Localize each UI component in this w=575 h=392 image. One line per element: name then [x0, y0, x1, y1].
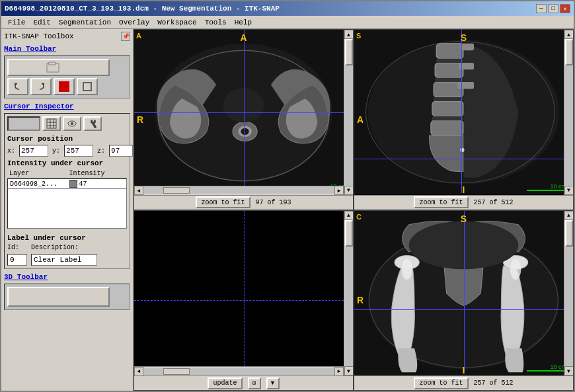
menu-tools[interactable]: Tools	[201, 17, 231, 28]
viewport-axial[interactable]: A P R L A 10 cm ▲	[134, 29, 354, 210]
menu-segmentation[interactable]: Segmentation	[55, 17, 115, 28]
toolbar-3d-area	[4, 284, 130, 310]
axial-hscroll-thumb[interactable]	[163, 187, 190, 194]
grid-icon	[46, 118, 57, 129]
undo-icon	[11, 81, 24, 92]
svg-rect-29	[432, 116, 464, 120]
y-label: y:	[52, 147, 60, 155]
3d-scroll-left[interactable]: ◄	[134, 367, 143, 376]
3d-scroll-right[interactable]: ►	[334, 367, 344, 376]
coronal-zoom-fit-button[interactable]: zoom to fit	[414, 377, 468, 389]
coronal-vscrollbar[interactable]: ▲ ▼	[564, 211, 573, 376]
x-label: x:	[7, 147, 15, 155]
3d-icon-btn-2[interactable]: ▼	[266, 377, 280, 389]
3d-scroll-thumb[interactable]	[345, 220, 353, 247]
sagittal-label-bottom: I	[463, 184, 465, 195]
coronal-scroll-down[interactable]: ▼	[564, 366, 574, 375]
sagittal-crosshair-v	[461, 30, 462, 193]
close-button[interactable]: ✕	[560, 4, 570, 13]
undo-button[interactable]	[7, 78, 28, 95]
coronal-label-top: S	[461, 214, 467, 224]
svg-rect-27	[435, 78, 463, 82]
top-viewport-row: A P R L A 10 cm ▲	[134, 29, 574, 210]
label-id-input[interactable]	[7, 254, 27, 266]
coronal-scroll-track[interactable]	[565, 220, 573, 367]
axial-vscrollbar[interactable]: ▲ ▼	[344, 30, 353, 195]
inspector-toolbar	[7, 116, 127, 131]
sagittal-label-left: A	[357, 114, 364, 125]
sagittal-scale-line	[527, 190, 566, 191]
viewport-3d[interactable]: ▲ ▼ ◄ ►	[134, 210, 354, 391]
axial-scroll-up[interactable]: ▲	[344, 30, 354, 39]
x-input[interactable]	[19, 145, 48, 157]
inspector-grid-button[interactable]	[42, 116, 61, 131]
axial-hscrollbar[interactable]: ◄ ►	[134, 186, 344, 195]
label-description-input[interactable]	[31, 254, 97, 266]
minimize-button[interactable]: ─	[536, 4, 547, 13]
axial-hscroll-track[interactable]	[143, 187, 334, 194]
sagittal-zoom-fit-button[interactable]: zoom to fit	[414, 196, 468, 208]
3d-vscrollbar[interactable]: ▲ ▼	[344, 211, 353, 376]
sagittal-scroll-track[interactable]	[565, 39, 573, 186]
axial-scroll-down[interactable]: ▼	[344, 186, 354, 195]
menu-help[interactable]: Help	[231, 17, 256, 28]
menu-edit[interactable]: Edit	[29, 17, 54, 28]
3d-hscrollbar[interactable]: ◄ ►	[134, 366, 344, 375]
3d-crosshair-v	[244, 211, 245, 367]
toolbar-row-1	[7, 59, 127, 76]
sagittal-vscrollbar[interactable]: ▲ ▼	[564, 30, 573, 195]
viewport-coronal[interactable]: S I R L C 10 cm ▲	[354, 210, 574, 391]
svg-point-17	[241, 128, 249, 135]
coronal-scroll-up[interactable]: ▲	[564, 211, 574, 220]
menu-overlay[interactable]: Overlay	[115, 17, 153, 28]
3d-scroll-track[interactable]	[345, 220, 353, 367]
svg-rect-25	[431, 120, 464, 136]
3d-hscroll-track[interactable]	[143, 368, 334, 375]
inspector-settings-button[interactable]	[83, 116, 102, 131]
outline-button[interactable]	[77, 78, 98, 95]
coronal-scale-line	[527, 370, 566, 372]
3d-hscroll-thumb[interactable]	[163, 368, 190, 375]
toolbox-pin-button[interactable]: 📌	[121, 32, 130, 41]
axial-scroll-track[interactable]	[345, 39, 353, 186]
sagittal-scale-bar: 10 cm	[527, 183, 566, 191]
axial-zoom-fit-button[interactable]: zoom to fit	[196, 196, 250, 208]
svg-rect-32	[457, 82, 474, 89]
viewport-sagittal[interactable]: S I A P S 10 cm ▲	[354, 29, 574, 210]
id-col-label: Id:	[7, 244, 27, 251]
sagittal-scroll-up[interactable]: ▲	[564, 30, 574, 39]
maximize-button[interactable]: □	[548, 4, 558, 13]
inspector-mode-button[interactable]	[7, 116, 40, 131]
svg-rect-21	[436, 44, 463, 59]
layer-name-cell: D664998_2...	[8, 179, 67, 188]
3d-update-button[interactable]: update	[208, 377, 242, 389]
y-input[interactable]	[64, 145, 93, 157]
sagittal-scroll-down[interactable]: ▼	[564, 186, 574, 195]
toolbox-title: ITK-SNAP Toolbox	[4, 32, 74, 40]
axial-corner-label: A	[136, 32, 141, 40]
menu-file[interactable]: File	[4, 17, 29, 28]
main-content: ITK-SNAP Toolbox 📌 Main Toolbar	[1, 29, 574, 391]
open-image-button[interactable]	[7, 59, 110, 76]
inspector-view-button[interactable]	[63, 116, 81, 131]
3d-icon-btn-1[interactable]: ⊞	[248, 377, 261, 389]
redo-button[interactable]	[30, 78, 52, 95]
axial-scroll-right[interactable]: ►	[334, 186, 344, 195]
sagittal-label-top: S	[461, 32, 467, 43]
svg-point-10	[71, 122, 73, 125]
sagittal-scroll-thumb[interactable]	[565, 39, 573, 65]
coronal-scroll-thumb[interactable]	[565, 220, 573, 247]
main-toolbar-area	[4, 56, 130, 98]
axial-scroll-thumb[interactable]	[345, 39, 353, 65]
cursor-inspector-label: Cursor Inspector	[4, 102, 130, 110]
z-input[interactable]	[109, 145, 133, 157]
menu-workspace[interactable]: Workspace	[153, 17, 200, 28]
axial-scroll-left[interactable]: ◄	[134, 186, 143, 195]
3d-scroll-down[interactable]: ▼	[344, 366, 354, 375]
intensity-table-empty	[7, 189, 127, 229]
eye-icon	[67, 118, 77, 129]
red-square-icon	[59, 81, 69, 92]
3d-scroll-up[interactable]: ▲	[344, 211, 354, 220]
segmentation-color-button[interactable]	[54, 78, 75, 95]
3d-tool-button[interactable]	[7, 287, 110, 307]
